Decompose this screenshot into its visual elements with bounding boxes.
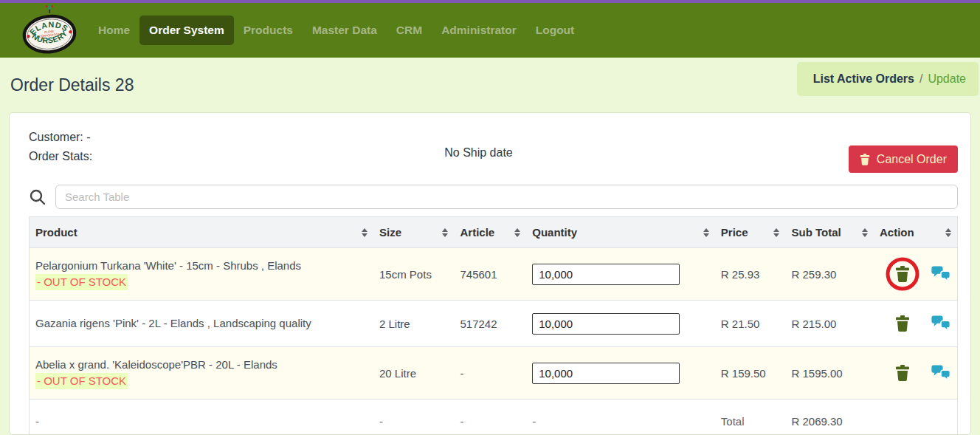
column-label: Article [460, 226, 494, 239]
trash-icon [895, 315, 910, 332]
article-cell: - [454, 347, 526, 400]
footer-size-cell: - [373, 400, 454, 435]
out-of-stock-note: - OUT OF STOCK [35, 274, 128, 290]
quantity-cell [526, 301, 715, 347]
quantity-input[interactable] [532, 363, 680, 384]
table-row: Abelia x grand. 'Kaleidoscope'PBR - 20L … [30, 347, 958, 400]
sort-icon [945, 228, 951, 237]
chat-bubbles-icon [931, 315, 951, 332]
nav-item-crm[interactable]: CRM [387, 16, 432, 45]
comments-button[interactable] [931, 265, 951, 283]
total-label: Total [715, 400, 786, 435]
main-navbar: ELANDS CLOSE CORPORATION NURSERY Home Or… [0, 3, 980, 58]
delete-item-button[interactable] [895, 266, 910, 282]
breadcrumb-separator: / [919, 72, 922, 86]
quantity-input[interactable] [532, 264, 680, 285]
footer-article-cell: - [454, 400, 526, 435]
nav-item-products[interactable]: Products [234, 16, 303, 45]
sort-icon [514, 228, 520, 237]
plant-sprig-icon [46, 4, 54, 13]
delete-item-button[interactable] [895, 315, 910, 332]
comments-button[interactable] [931, 315, 951, 332]
product-cell: Pelargonium Turkana 'White' - 15cm - Shr… [30, 248, 374, 301]
breadcrumb-current-update: Update [928, 72, 966, 86]
breadcrumb-list-active-orders-link[interactable]: List Active Orders [813, 72, 914, 86]
product-cell: Gazania rigens 'Pink' - 2L - Elands , La… [30, 301, 374, 347]
quantity-input[interactable] [532, 313, 680, 335]
out-of-stock-note: - OUT OF STOCK [35, 373, 128, 389]
customer-line: Customer: - [29, 128, 958, 147]
chat-bubbles-icon [931, 364, 951, 382]
column-header-size[interactable]: Size [373, 217, 454, 248]
cancel-order-button[interactable]: Cancel Order [849, 145, 958, 173]
price-cell: R 21.50 [715, 301, 786, 347]
product-name: Abelia x grand. 'Kaleidoscope'PBR - 20L … [35, 357, 368, 373]
table-row: Gazania rigens 'Pink' - 2L - Elands , La… [30, 301, 958, 347]
nav-item-order-system[interactable]: Order System [139, 16, 234, 45]
sort-icon [703, 228, 709, 237]
size-cell: 20 Litre [373, 347, 454, 400]
nav-item-home[interactable]: Home [89, 16, 139, 45]
trash-icon [860, 154, 870, 165]
page-title: Order Details 28 [10, 75, 134, 95]
sub-total-cell: R 1595.00 [785, 347, 874, 400]
search-icon [29, 188, 46, 206]
action-cell [874, 248, 958, 301]
quantity-cell [526, 347, 715, 400]
column-label: Sub Total [791, 226, 841, 239]
customer-label: Customer: [29, 131, 83, 143]
cancel-order-label: Cancel Order [877, 153, 947, 166]
table-search-row [29, 185, 958, 209]
quantity-cell [526, 248, 715, 301]
footer-quantity-cell: - [526, 400, 715, 435]
column-label: Action [880, 226, 914, 239]
column-label: Quantity [532, 226, 577, 239]
customer-value: - [86, 131, 90, 143]
table-row: Pelargonium Turkana 'White' - 15cm - Shr… [30, 248, 958, 301]
action-cell [874, 347, 958, 400]
column-header-product[interactable]: Product [30, 217, 374, 248]
article-cell: 517242 [454, 301, 526, 347]
sub-total-cell: R 215.00 [785, 301, 874, 347]
product-cell: Abelia x grand. 'Kaleidoscope'PBR - 20L … [30, 347, 374, 400]
column-header-sub-total[interactable]: Sub Total [785, 217, 874, 248]
product-name: Gazania rigens 'Pink' - 2L - Elands , La… [35, 315, 368, 332]
sort-icon [362, 228, 368, 237]
order-info-row: Customer: - Order Stats: No Ship date Ca… [29, 128, 958, 166]
action-cell [874, 301, 958, 347]
nav-item-logout[interactable]: Logout [526, 16, 584, 45]
column-label: Price [721, 226, 748, 239]
column-label: Product [35, 226, 77, 239]
breadcrumb: List Active Orders / Update [797, 62, 979, 96]
nav-menu: Home Order System Products Master Data C… [89, 16, 584, 45]
chat-bubbles-icon [931, 265, 951, 283]
sort-icon [442, 228, 448, 237]
total-value: R 2069.30 [785, 400, 874, 435]
article-cell: 745601 [454, 248, 526, 301]
trash-icon [895, 266, 910, 282]
nav-item-administrator[interactable]: Administrator [432, 16, 526, 45]
column-header-action[interactable]: Action [874, 217, 958, 248]
trash-icon [895, 365, 910, 381]
price-cell: R 159.50 [715, 347, 786, 400]
search-input[interactable] [55, 185, 958, 209]
comments-button[interactable] [931, 364, 951, 382]
sort-icon [773, 228, 779, 237]
price-cell: R 25.93 [715, 248, 786, 301]
delete-item-button[interactable] [895, 365, 910, 381]
product-name: Pelargonium Turkana 'White' - 15cm - Shr… [35, 258, 368, 274]
column-header-article[interactable]: Article [454, 217, 526, 248]
column-header-price[interactable]: Price [715, 217, 786, 248]
elands-nursery-logo[interactable]: ELANDS CLOSE CORPORATION NURSERY [19, 4, 80, 57]
table-header-row: Product Size Article Quantity Price Sub … [30, 217, 958, 248]
order-details-card: Customer: - Order Stats: No Ship date Ca… [9, 112, 971, 435]
size-cell: 15cm Pots [373, 248, 454, 301]
order-items-table: Product Size Article Quantity Price Sub … [29, 216, 958, 435]
size-cell: 2 Litre [373, 301, 454, 347]
footer-action-cell [874, 400, 958, 435]
sub-total-cell: R 259.30 [785, 248, 874, 301]
column-label: Size [379, 226, 401, 239]
table-total-row: - - - - Total R 2069.30 [30, 400, 958, 435]
column-header-quantity[interactable]: Quantity [526, 217, 715, 248]
nav-item-master-data[interactable]: Master Data [303, 16, 387, 45]
